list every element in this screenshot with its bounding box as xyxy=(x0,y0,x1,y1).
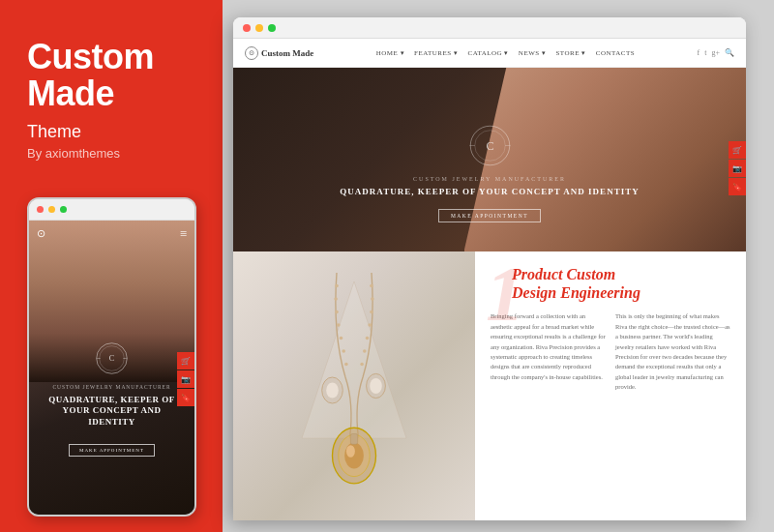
section-title-red: Product Custom xyxy=(512,266,615,282)
search-icon[interactable]: 🔍 xyxy=(725,48,734,57)
desktop-hero-sub: Custom Jewelry Manufacturer xyxy=(233,176,746,182)
mobile-tagline-small: Custom Jewelry Manufacturer xyxy=(39,384,185,390)
brand-title: Custom Made xyxy=(27,39,154,112)
mobile-ornament: C xyxy=(39,341,185,380)
social-gp-icon[interactable]: g+ xyxy=(711,48,720,57)
desktop-logo-icon: ⊙ xyxy=(245,46,258,60)
social-tw-icon[interactable]: t xyxy=(704,48,706,57)
desktop-hero-cta[interactable]: Make Appointment xyxy=(438,209,541,222)
desktop-logo: ⊙ Custom Made xyxy=(245,46,313,60)
desktop-sidebar-camera[interactable]: 📷 xyxy=(729,160,746,177)
svg-point-31 xyxy=(344,443,364,469)
desktop-logo-text: Custom Made xyxy=(261,48,313,58)
desktop-hero-text: C Custom Jewelry Manufacturer Quadrature… xyxy=(233,124,746,222)
desktop-content: ⊙ Custom Made Home ▾ Features ▾ Catalog … xyxy=(233,39,746,520)
section-number: 1 xyxy=(486,255,524,333)
svg-point-14 xyxy=(337,323,341,327)
mobile-text-area: C Custom Jewelry Manufacturer Quadrature… xyxy=(29,341,194,457)
desktop-text-section: 1 Product Custom Design Engineering Brin… xyxy=(475,251,746,520)
desktop-bottom-section: 1 Product Custom Design Engineering Brin… xyxy=(233,251,746,520)
desktop-sidebar-cart[interactable]: 🛒 xyxy=(729,141,746,159)
svg-point-19 xyxy=(371,297,374,301)
social-fb-icon[interactable]: f xyxy=(698,48,700,57)
brand-by: By axiomthemes xyxy=(27,146,120,161)
mobile-hamburger-icon[interactable]: ≡ xyxy=(180,226,187,242)
desktop-hero-main: Quadrature, Keeper Of Your Concept And I… xyxy=(233,187,746,196)
mobile-dot-yellow xyxy=(48,206,55,213)
svg-point-26 xyxy=(326,382,339,398)
section-title-wrap: 1 Product Custom Design Engineering xyxy=(491,265,730,302)
desktop-top-bar xyxy=(233,17,746,39)
svg-point-18 xyxy=(370,284,373,288)
desktop-dot-red xyxy=(243,24,251,32)
left-panel: Custom Made Theme By axiomthemes ⊙ ≡ 🛒 📷… xyxy=(0,0,223,532)
right-panel: ⊙ Custom Made Home ▾ Features ▾ Catalog … xyxy=(223,0,774,532)
svg-point-16 xyxy=(342,349,345,353)
brand-line1: Custom xyxy=(27,37,154,76)
brand-subtitle: Theme xyxy=(27,122,81,142)
desktop-hero-sidebar: 🛒 📷 🔖 xyxy=(729,141,746,195)
mobile-top-bar xyxy=(29,199,194,221)
svg-point-13 xyxy=(335,310,339,314)
mobile-logo-icon: ⊙ xyxy=(37,227,45,240)
desktop-nav-social: f t g+ 🔍 xyxy=(698,48,734,57)
desktop-dot-yellow xyxy=(255,24,263,32)
section-col2: This is only the beginning of what makes… xyxy=(615,311,730,392)
brand-line2: Made xyxy=(27,74,114,113)
mobile-dot-green xyxy=(60,206,67,213)
mobile-dot-red xyxy=(37,206,44,213)
section-body: Bringing forward a collection with an ae… xyxy=(491,311,730,392)
nav-link-catalog[interactable]: Catalog ▾ xyxy=(467,49,508,57)
desktop-hero-ornament: C xyxy=(233,124,746,173)
svg-marker-10 xyxy=(302,281,406,438)
svg-point-21 xyxy=(368,323,372,327)
section-title-black: Design Engineering xyxy=(512,284,640,301)
mobile-nav: ⊙ ≡ xyxy=(29,226,194,242)
desktop-sidebar-bookmark[interactable]: 🔖 xyxy=(729,178,746,195)
svg-point-15 xyxy=(340,337,343,340)
svg-point-32 xyxy=(346,445,355,458)
svg-point-17 xyxy=(344,363,348,367)
svg-point-22 xyxy=(366,337,370,340)
nav-link-store[interactable]: Store ▾ xyxy=(555,49,585,57)
desktop-jewelry-image xyxy=(233,251,475,520)
mobile-tagline-big: Quadrature, Keeper OfYour Concept AndIde… xyxy=(39,395,185,429)
desktop-mockup: ⊙ Custom Made Home ▾ Features ▾ Catalog … xyxy=(233,17,746,520)
svg-point-12 xyxy=(334,297,338,301)
nav-link-contacts[interactable]: Contacts xyxy=(596,49,635,57)
svg-point-24 xyxy=(360,363,364,367)
section-title: Product Custom Design Engineering xyxy=(491,265,730,302)
svg-point-28 xyxy=(370,378,382,394)
desktop-nav-links: Home ▾ Features ▾ Catalog ▾ News ▾ Store… xyxy=(376,49,635,57)
desktop-hero: C Custom Jewelry Manufacturer Quadrature… xyxy=(233,68,746,251)
mobile-cta-button[interactable]: Make Appointment xyxy=(69,444,155,457)
mobile-content: ⊙ ≡ 🛒 📷 🔖 C Custom Jewe xyxy=(29,221,194,515)
svg-text:C: C xyxy=(109,354,114,363)
svg-rect-33 xyxy=(350,434,357,445)
svg-point-11 xyxy=(335,284,339,288)
desktop-nav: ⊙ Custom Made Home ▾ Features ▾ Catalog … xyxy=(233,39,746,68)
svg-point-23 xyxy=(363,349,367,353)
nav-link-features[interactable]: Features ▾ xyxy=(414,49,458,57)
nav-link-home[interactable]: Home ▾ xyxy=(376,49,404,57)
mobile-mockup: ⊙ ≡ 🛒 📷 🔖 C Custom Jewe xyxy=(27,197,196,517)
desktop-dot-green xyxy=(268,24,276,32)
svg-text:C: C xyxy=(486,139,493,153)
nav-link-news[interactable]: News ▾ xyxy=(519,49,547,57)
svg-point-20 xyxy=(370,310,373,314)
